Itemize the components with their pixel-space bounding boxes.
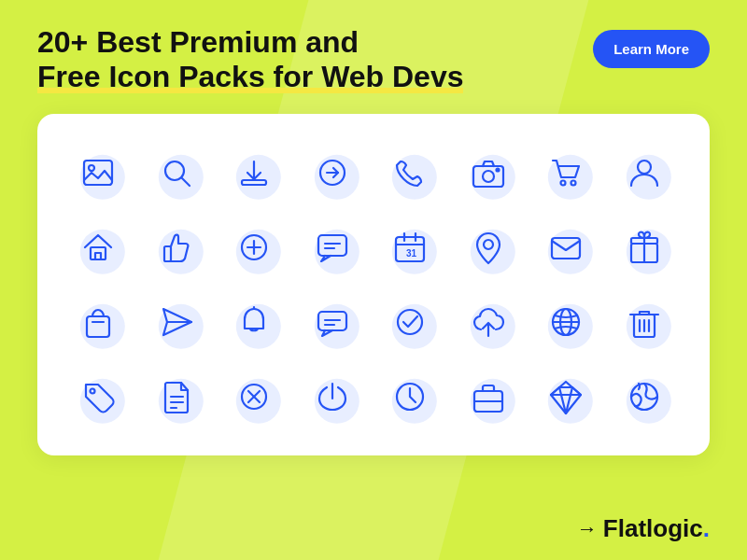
svg-point-50	[91, 388, 95, 393]
svg-rect-14	[95, 253, 101, 259]
upload-cloud-icon	[456, 289, 521, 355]
bell-icon	[221, 289, 287, 355]
learn-more-button[interactable]: Learn More	[593, 30, 710, 68]
message-icon	[300, 289, 365, 355]
svg-point-1	[89, 165, 94, 171]
download-icon	[221, 140, 287, 205]
svg-point-2	[165, 161, 184, 180]
image-icon	[65, 140, 131, 205]
svg-point-40	[398, 310, 422, 334]
svg-rect-32	[87, 316, 109, 337]
svg-point-10	[561, 180, 566, 185]
search-icon	[144, 140, 209, 205]
footer-arrow-icon: →	[577, 517, 598, 541]
svg-point-8	[483, 171, 494, 182]
svg-rect-0	[84, 161, 112, 185]
svg-point-12	[638, 161, 651, 174]
camera-icon	[456, 140, 521, 205]
title-line2: Free Icon Packs for Web Devs	[37, 59, 463, 94]
close-circle-icon	[221, 364, 287, 429]
phone-icon	[377, 140, 443, 205]
location-icon	[456, 215, 521, 280]
title-line1: 20+ Best Premium and	[37, 26, 463, 59]
user-icon	[612, 140, 677, 205]
footer-brand: Flatlogic.	[603, 514, 710, 543]
shopping-bag-icon	[65, 289, 131, 355]
earth-icon	[612, 364, 677, 429]
check-circle-icon	[377, 289, 443, 355]
cart-icon	[533, 140, 599, 205]
thumbs-up-icon	[144, 215, 209, 280]
svg-rect-4	[242, 180, 266, 185]
svg-line-3	[182, 178, 190, 186]
icon-card: 31	[37, 114, 710, 455]
svg-point-27	[484, 240, 493, 249]
svg-text:31: 31	[406, 248, 417, 259]
document-icon	[144, 364, 209, 429]
tag-icon	[65, 364, 131, 429]
svg-point-9	[496, 168, 499, 171]
gift-icon	[612, 215, 677, 280]
svg-rect-15	[164, 246, 171, 261]
calendar-icon: 31	[377, 215, 443, 280]
header: 20+ Best Premium and Free Icon Packs for…	[0, 0, 747, 114]
send-icon	[144, 289, 209, 355]
icon-grid: 31	[65, 140, 682, 429]
svg-rect-28	[552, 238, 580, 259]
trash-icon	[612, 289, 677, 355]
add-circle-icon	[221, 215, 287, 280]
mail-icon	[533, 215, 599, 280]
globe-icon	[533, 289, 599, 355]
chat-icon	[300, 215, 365, 280]
svg-rect-19	[318, 235, 346, 256]
briefcase-icon	[456, 364, 521, 429]
clock-icon	[377, 364, 443, 429]
power-icon	[300, 364, 365, 429]
svg-point-11	[571, 180, 576, 185]
arrow-right-circle-icon	[300, 140, 365, 205]
footer: → Flatlogic.	[577, 514, 710, 543]
diamond-icon	[533, 364, 599, 429]
title-block: 20+ Best Premium and Free Icon Packs for…	[37, 26, 463, 95]
home-icon	[65, 215, 131, 280]
